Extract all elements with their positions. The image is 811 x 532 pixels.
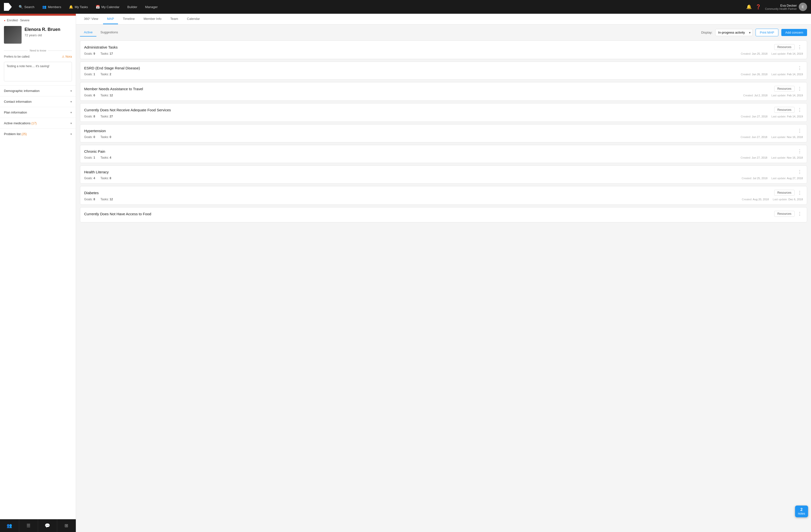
chevron-down-icon-5: ▾ bbox=[71, 132, 72, 136]
notification-bell-icon[interactable]: 🔔 bbox=[746, 4, 752, 10]
section-problems-header[interactable]: Problem list (25) ▾ bbox=[0, 129, 76, 139]
more-options-button[interactable]: ⋮ bbox=[797, 148, 803, 154]
more-options-button[interactable]: ⋮ bbox=[797, 44, 803, 50]
last-update-date: Last update: Feb 14, 2019 bbox=[771, 73, 803, 76]
last-update-date: Last update: Aug 27, 2018 bbox=[771, 177, 803, 180]
tab-360-view[interactable]: 360° View bbox=[80, 14, 102, 24]
prefers-called-label: Prefers to be called: bbox=[4, 55, 30, 58]
resources-button[interactable]: Resources bbox=[774, 190, 795, 195]
user-avatar[interactable]: E bbox=[799, 3, 807, 11]
medications-badge: (17) bbox=[31, 122, 36, 125]
tasks-count: Tasks: 8 bbox=[98, 176, 111, 180]
bottom-nav-chat[interactable]: 💬 bbox=[38, 519, 57, 532]
concern-dates: Created: Jul 2, 2018Last update: Feb 14,… bbox=[743, 94, 803, 97]
member-photo-inner bbox=[4, 26, 21, 44]
created-date: Created: Jul 25, 2018 bbox=[741, 177, 767, 180]
nav-search[interactable]: 🔍 Search bbox=[16, 3, 37, 10]
concern-card-food-access: Currently Does Not Have Access to Food R… bbox=[80, 207, 807, 222]
nav-my-calendar[interactable]: 📅 My Calendar bbox=[93, 3, 122, 10]
more-options-button[interactable]: ⋮ bbox=[797, 169, 803, 175]
concern-meta: Goals: 6 Tasks: 12 Created: Jul 2, 2018L… bbox=[84, 94, 803, 97]
subtab-active[interactable]: Active bbox=[80, 28, 96, 36]
nav-search-label: Search bbox=[24, 5, 34, 9]
subtab-suggestions[interactable]: Suggestions bbox=[96, 28, 122, 36]
goals-count: Goals: 9 bbox=[84, 52, 95, 56]
notes-count: 2 bbox=[798, 507, 805, 512]
concern-actions: Resources ⋮ bbox=[774, 86, 803, 92]
concern-title: Chronic Pain bbox=[84, 149, 105, 154]
concern-stats: Goals: 8 Tasks: 12 bbox=[84, 198, 113, 201]
nav-members[interactable]: 👥 Members bbox=[39, 3, 64, 10]
concern-title: ESRD (End Stage Renal Disease) bbox=[84, 66, 140, 70]
resources-button[interactable]: Resources bbox=[774, 107, 795, 113]
concern-header: Currently Does Not Receive Adequate Food… bbox=[84, 107, 803, 113]
section-demographic-label: Demographic information bbox=[4, 89, 40, 93]
bottom-nav: 👥 ☰ 💬 ⊞ bbox=[0, 519, 76, 532]
help-icon[interactable]: ❓ bbox=[755, 4, 761, 10]
bottom-nav-members[interactable]: 👥 bbox=[0, 519, 19, 532]
member-notes[interactable]: Testing a note here.... it's saving! bbox=[4, 62, 72, 81]
tabs-bar: 360° View MAP Timeline Member Info Team … bbox=[76, 14, 811, 25]
nav-tasks-label: My Tasks bbox=[75, 5, 88, 9]
bottom-nav-grid[interactable]: ⊞ bbox=[57, 519, 76, 532]
member-profile: Elenora R. Bruen 72 years old bbox=[0, 24, 76, 48]
action-bar-right: Display: In-progress activity Print MAP … bbox=[701, 29, 807, 36]
concern-title: Hypertension bbox=[84, 129, 106, 133]
display-select[interactable]: In-progress activity bbox=[715, 29, 753, 36]
bottom-list-icon: ☰ bbox=[27, 523, 30, 528]
concern-stats: Goals: 1 Tasks: 4 bbox=[84, 156, 111, 159]
concern-title: Administrative Tasks bbox=[84, 45, 118, 49]
tab-calendar[interactable]: Calendar bbox=[183, 14, 204, 24]
prefers-called: Prefers to be called: ⚠ Nora bbox=[0, 53, 76, 60]
resources-button[interactable]: Resources bbox=[774, 44, 795, 50]
tab-member-info[interactable]: Member Info bbox=[140, 14, 165, 24]
tab-map[interactable]: MAP bbox=[103, 14, 118, 24]
tab-team[interactable]: Team bbox=[166, 14, 182, 24]
bottom-nav-list[interactable]: ☰ bbox=[19, 519, 38, 532]
concern-card-chronic-pain: Chronic Pain ⋮ Goals: 1 Tasks: 4 Created… bbox=[80, 145, 807, 163]
search-icon: 🔍 bbox=[19, 5, 23, 9]
resources-button[interactable]: Resources bbox=[774, 86, 795, 92]
created-date: Created: Jun 25, 2018 bbox=[741, 52, 768, 55]
concern-actions: ⋮ bbox=[797, 65, 803, 71]
chevron-down-icon-4: ▾ bbox=[71, 122, 72, 125]
goals-count: Goals: 1 bbox=[84, 156, 95, 159]
calendar-nav-icon: 📅 bbox=[96, 5, 100, 9]
nav-builder[interactable]: Builder bbox=[124, 4, 140, 10]
bottom-members-icon: 👥 bbox=[6, 523, 12, 528]
more-options-button[interactable]: ⋮ bbox=[797, 107, 803, 112]
concern-title: Currently Does Not Have Access to Food bbox=[84, 212, 151, 216]
more-options-button[interactable]: ⋮ bbox=[797, 211, 803, 217]
tasks-count: Tasks: 17 bbox=[98, 52, 113, 56]
resources-button[interactable]: Resources bbox=[774, 211, 795, 217]
more-options-button[interactable]: ⋮ bbox=[797, 128, 803, 134]
user-menu[interactable]: Eva Decker Community Health Partner E bbox=[765, 3, 807, 11]
section-plan-header[interactable]: Plan information ▾ bbox=[0, 107, 76, 118]
more-options-button[interactable]: ⋮ bbox=[797, 65, 803, 71]
add-concern-button[interactable]: Add concern bbox=[781, 29, 807, 36]
section-plan: Plan information ▾ bbox=[0, 107, 76, 118]
concern-card-food-services: Currently Does Not Receive Adequate Food… bbox=[80, 103, 807, 122]
logo-icon[interactable] bbox=[4, 3, 12, 11]
concern-actions: ⋮ bbox=[797, 169, 803, 175]
print-map-button[interactable]: Print MAP bbox=[755, 29, 778, 36]
section-contact-header[interactable]: Contact information ▾ bbox=[0, 96, 76, 107]
created-date: Created: Jun 27, 2018 bbox=[741, 115, 768, 118]
concern-dates: Created: Jul 25, 2018Last update: Aug 27… bbox=[741, 177, 803, 180]
user-info: Eva Decker Community Health Partner bbox=[765, 4, 797, 10]
section-medications-header[interactable]: Active medications (17) ▾ bbox=[0, 118, 76, 128]
concern-meta: Goals: 8 Tasks: 27 Created: Jun 27, 2018… bbox=[84, 115, 803, 118]
main-layout: ● Enrolled · Severe Elenora R. Bruen 72 … bbox=[0, 14, 811, 532]
more-options-button[interactable]: ⋮ bbox=[797, 190, 803, 195]
nav-my-tasks[interactable]: 🔔 My Tasks bbox=[66, 3, 91, 10]
notes-fab[interactable]: 2 notes bbox=[795, 505, 808, 517]
nav-manager[interactable]: Manager bbox=[142, 4, 161, 10]
member-info: Elenora R. Bruen 72 years old bbox=[25, 26, 60, 37]
user-role: Community Health Partner bbox=[765, 7, 797, 10]
concern-header: Health Literacy ⋮ bbox=[84, 169, 803, 175]
tab-timeline[interactable]: Timeline bbox=[119, 14, 139, 24]
need-to-know-divider: Need to know bbox=[0, 48, 76, 53]
section-demographic-header[interactable]: Demographic information ▾ bbox=[0, 85, 76, 96]
more-options-button[interactable]: ⋮ bbox=[797, 86, 803, 91]
sub-tabs: Active Suggestions bbox=[80, 28, 122, 36]
